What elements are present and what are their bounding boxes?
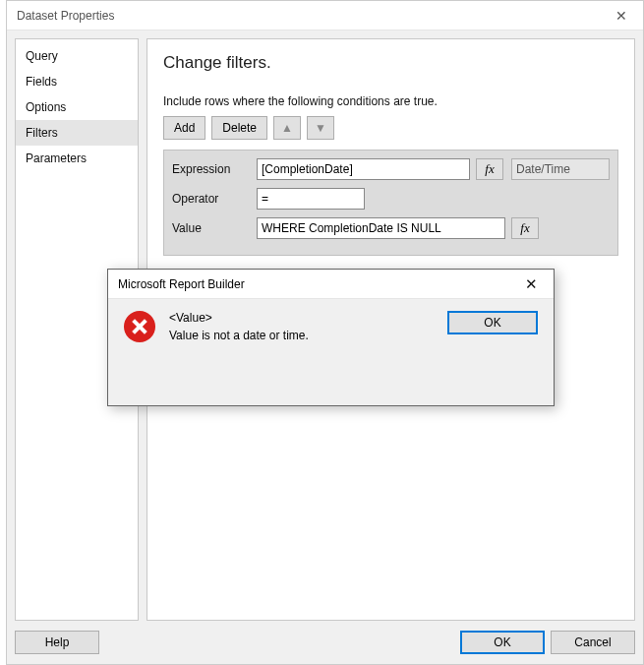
error-dialog-titlebar: Microsoft Report Builder ✕ — [108, 270, 554, 299]
operator-label: Operator — [172, 192, 251, 206]
sidebar-item-label: Filters — [26, 126, 58, 140]
sidebar-item-label: Query — [26, 49, 58, 63]
sidebar-item-label: Options — [26, 100, 66, 114]
filter-editor: Expression fx Operator Value fx — [163, 150, 618, 256]
move-down-button[interactable]: ▼ — [307, 116, 334, 140]
cancel-button[interactable]: Cancel — [551, 631, 635, 654]
window-title: Dataset Properties — [17, 9, 114, 23]
sidebar-item-parameters[interactable]: Parameters — [16, 146, 138, 171]
error-line1: <Value> — [169, 311, 434, 325]
error-ok-button[interactable]: OK — [447, 311, 538, 334]
arrow-down-icon: ▼ — [315, 121, 326, 135]
value-fx-button[interactable]: fx — [511, 217, 539, 239]
sidebar-item-label: Parameters — [26, 151, 87, 165]
type-combo[interactable] — [511, 158, 610, 180]
sidebar-item-filters[interactable]: Filters — [16, 120, 138, 146]
page-heading: Change filters. — [163, 53, 618, 73]
fx-icon: fx — [520, 220, 529, 236]
expression-label: Expression — [172, 162, 251, 176]
sidebar-item-fields[interactable]: Fields — [16, 69, 138, 94]
window-close-button[interactable]: ✕ — [599, 1, 643, 30]
close-icon: ✕ — [525, 275, 538, 293]
error-dialog: Microsoft Report Builder ✕ <Value> Value… — [107, 269, 555, 406]
error-line2: Value is not a date or time. — [169, 329, 434, 342]
error-text: <Value> Value is not a date or time. — [169, 311, 434, 393]
titlebar: Dataset Properties ✕ — [7, 1, 643, 30]
expression-fx-button[interactable]: fx — [476, 158, 503, 180]
arrow-up-icon: ▲ — [281, 121, 293, 135]
add-button[interactable]: Add — [163, 116, 205, 140]
value-input[interactable] — [257, 217, 505, 239]
sidebar-item-options[interactable]: Options — [16, 94, 138, 120]
filter-toolbar: Add Delete ▲ ▼ — [163, 116, 618, 140]
close-icon: ✕ — [615, 8, 627, 24]
sidebar-item-query[interactable]: Query — [16, 43, 138, 69]
instruction-text: Include rows where the following conditi… — [163, 94, 618, 108]
fx-icon: fx — [485, 161, 494, 177]
error-dialog-body: <Value> Value is not a date or time. OK — [108, 299, 554, 405]
operator-combo[interactable] — [257, 188, 365, 210]
help-button[interactable]: Help — [15, 631, 99, 654]
ok-button[interactable]: OK — [460, 631, 545, 654]
dialog-footer: Help OK Cancel — [7, 627, 643, 664]
expression-combo[interactable] — [257, 158, 470, 180]
move-up-button[interactable]: ▲ — [273, 116, 301, 140]
error-dialog-close-button[interactable]: ✕ — [509, 270, 554, 299]
delete-button[interactable]: Delete — [211, 116, 267, 140]
value-label: Value — [172, 221, 251, 235]
error-icon — [124, 311, 155, 342]
sidebar-item-label: Fields — [26, 75, 57, 89]
error-dialog-title: Microsoft Report Builder — [118, 277, 245, 291]
